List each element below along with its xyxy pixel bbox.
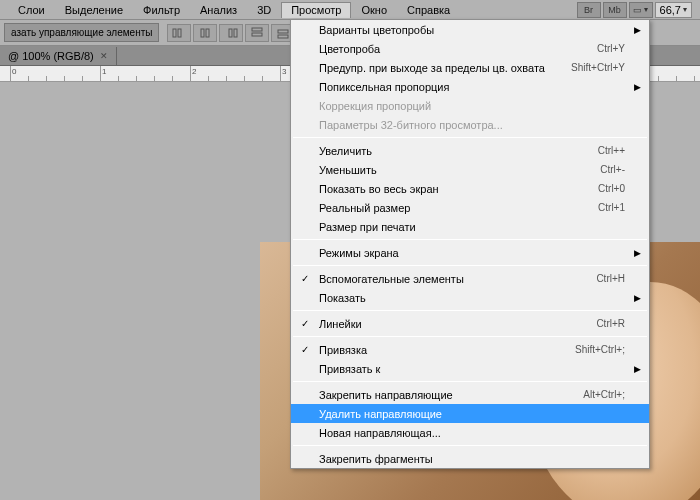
menu-separator — [293, 381, 647, 382]
svg-rect-1 — [178, 29, 181, 37]
submenu-arrow-icon: ▶ — [634, 82, 641, 92]
menu-item[interactable]: ЦветопробаCtrl+Y — [291, 39, 649, 58]
align-icon-1[interactable] — [167, 24, 191, 42]
menu-item[interactable]: Показать▶ — [291, 288, 649, 307]
menu-item-label: Закрепить фрагменты — [319, 453, 625, 465]
menu-item[interactable]: ✓ЛинейкиCtrl+R — [291, 314, 649, 333]
menu-item-shortcut: Shift+Ctrl+Y — [571, 62, 625, 73]
menu-item[interactable]: Варианты цветопробы▶ — [291, 20, 649, 39]
svg-rect-0 — [173, 29, 176, 37]
menu-item-label: Коррекция пропорций — [319, 100, 625, 112]
menu-item-label: Удалить направляющие — [319, 408, 625, 420]
menu-выделение[interactable]: Выделение — [55, 2, 133, 18]
menu-item[interactable]: Показать во весь экранCtrl+0 — [291, 179, 649, 198]
toolbar-button-br[interactable]: Br — [577, 2, 601, 18]
menu-item-label: Размер при печати — [319, 221, 625, 233]
menu-item[interactable]: Предупр. при выходе за пределы цв. охват… — [291, 58, 649, 77]
menu-item-label: Привязка — [319, 344, 575, 356]
menu-анализ[interactable]: Анализ — [190, 2, 247, 18]
menubar: СлоиВыделениеФильтрАнализ3DПросмотрОкноС… — [0, 0, 700, 20]
menu-слои[interactable]: Слои — [8, 2, 55, 18]
menu-item-shortcut: Shift+Ctrl+; — [575, 344, 625, 355]
submenu-arrow-icon: ▶ — [634, 248, 641, 258]
menu-item-label: Попиксельная пропорция — [319, 81, 625, 93]
check-icon: ✓ — [301, 344, 309, 355]
menu-separator — [293, 137, 647, 138]
menu-item[interactable]: Закрепить фрагменты — [291, 449, 649, 468]
svg-rect-4 — [229, 29, 232, 37]
svg-rect-2 — [201, 29, 204, 37]
menu-item-label: Привязать к — [319, 363, 625, 375]
ruler-label: 0 — [12, 67, 16, 76]
menu-separator — [293, 310, 647, 311]
menu-item-label: Закрепить направляющие — [319, 389, 583, 401]
menu-item-label: Показать — [319, 292, 625, 304]
menu-3d[interactable]: 3D — [247, 2, 281, 18]
menu-item-label: Показать во весь экран — [319, 183, 598, 195]
menu-справка[interactable]: Справка — [397, 2, 460, 18]
zoom-level[interactable]: 66,7▾ — [655, 2, 692, 18]
menu-separator — [293, 445, 647, 446]
svg-rect-3 — [206, 29, 209, 37]
menu-item[interactable]: Закрепить направляющиеAlt+Ctrl+; — [291, 385, 649, 404]
toolbar-button-mb[interactable]: Mb — [603, 2, 627, 18]
align-icon-4[interactable] — [245, 24, 269, 42]
menu-item[interactable]: Реальный размерCtrl+1 — [291, 198, 649, 217]
menu-item[interactable]: Удалить направляющие — [291, 404, 649, 423]
menu-item-shortcut: Ctrl+Y — [597, 43, 625, 54]
menu-item-label: Предупр. при выходе за пределы цв. охват… — [319, 62, 571, 74]
options-text: азать управляющие элементы — [4, 23, 159, 42]
ruler-label: 2 — [192, 67, 196, 76]
svg-rect-6 — [252, 28, 262, 31]
menu-просмотр[interactable]: Просмотр — [281, 2, 351, 18]
menu-item[interactable]: Новая направляющая... — [291, 423, 649, 442]
menu-item[interactable]: ✓ПривязкаShift+Ctrl+; — [291, 340, 649, 359]
screen-mode-icon[interactable]: ▭▾ — [629, 2, 653, 18]
menu-item-shortcut: Ctrl+0 — [598, 183, 625, 194]
svg-rect-7 — [252, 33, 262, 36]
menu-item-shortcut: Ctrl+R — [596, 318, 625, 329]
menu-item[interactable]: Размер при печати — [291, 217, 649, 236]
menu-item[interactable]: Режимы экрана▶ — [291, 243, 649, 262]
menu-separator — [293, 336, 647, 337]
menu-item-label: Линейки — [319, 318, 596, 330]
options-icons — [167, 24, 295, 42]
toolbar-right: BrMb▭▾66,7▾ — [577, 2, 700, 18]
menu-item[interactable]: УвеличитьCtrl++ — [291, 141, 649, 160]
align-icon-3[interactable] — [219, 24, 243, 42]
menu-item-label: Цветопроба — [319, 43, 597, 55]
submenu-arrow-icon: ▶ — [634, 364, 641, 374]
menu-item-label: Вспомогательные элементы — [319, 273, 596, 285]
ruler-label: 3 — [282, 67, 286, 76]
menu-separator — [293, 239, 647, 240]
svg-rect-8 — [278, 30, 288, 33]
menu-item-shortcut: Alt+Ctrl+; — [583, 389, 625, 400]
align-icon-2[interactable] — [193, 24, 217, 42]
menu-фильтр[interactable]: Фильтр — [133, 2, 190, 18]
check-icon: ✓ — [301, 318, 309, 329]
menu-item[interactable]: Привязать к▶ — [291, 359, 649, 378]
menu-item-label: Уменьшить — [319, 164, 600, 176]
document-tab[interactable]: @ 100% (RGB/8) ✕ — [0, 47, 117, 65]
menu-item-label: Увеличить — [319, 145, 598, 157]
menu-item-label: Реальный размер — [319, 202, 598, 214]
menu-item[interactable]: Попиксельная пропорция▶ — [291, 77, 649, 96]
menu-item[interactable]: ✓Вспомогательные элементыCtrl+H — [291, 269, 649, 288]
menu-item-shortcut: Ctrl+1 — [598, 202, 625, 213]
menu-item-label: Параметры 32-битного просмотра... — [319, 119, 625, 131]
menu-item: Параметры 32-битного просмотра... — [291, 115, 649, 134]
svg-rect-9 — [278, 35, 288, 38]
menu-окно[interactable]: Окно — [351, 2, 397, 18]
close-icon[interactable]: ✕ — [100, 51, 108, 61]
check-icon: ✓ — [301, 273, 309, 284]
menu-item-shortcut: Ctrl+H — [596, 273, 625, 284]
menu-item-label: Варианты цветопробы — [319, 24, 625, 36]
menu-item-shortcut: Ctrl++ — [598, 145, 625, 156]
view-menu-dropdown: Варианты цветопробы▶ЦветопробаCtrl+YПред… — [290, 19, 650, 469]
menu-item[interactable]: УменьшитьCtrl+- — [291, 160, 649, 179]
submenu-arrow-icon: ▶ — [634, 25, 641, 35]
menu-item-shortcut: Ctrl+- — [600, 164, 625, 175]
menu-item-label: Режимы экрана — [319, 247, 625, 259]
submenu-arrow-icon: ▶ — [634, 293, 641, 303]
menu-separator — [293, 265, 647, 266]
